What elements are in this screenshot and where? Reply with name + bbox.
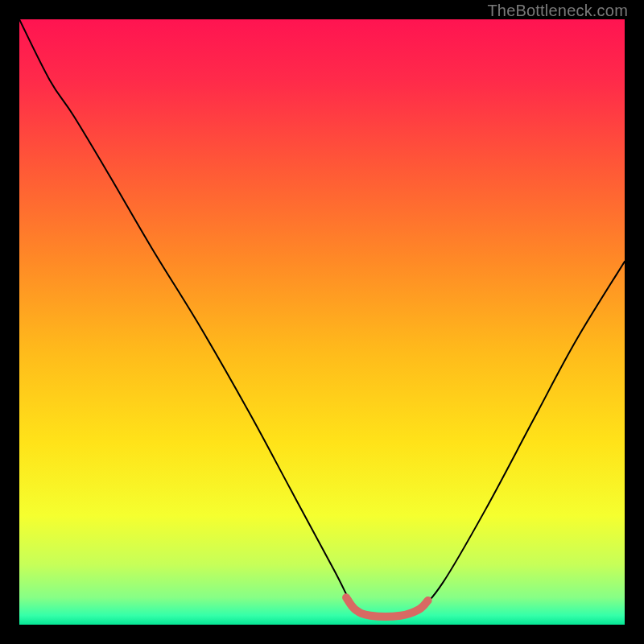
watermark-text: TheBottleneck.com <box>487 2 628 20</box>
optimal-zone-marker <box>346 597 428 617</box>
plot-area <box>19 19 625 625</box>
chart-frame: TheBottleneck.com <box>0 0 644 644</box>
curve-layer <box>19 19 625 625</box>
bottleneck-curve <box>19 19 625 617</box>
